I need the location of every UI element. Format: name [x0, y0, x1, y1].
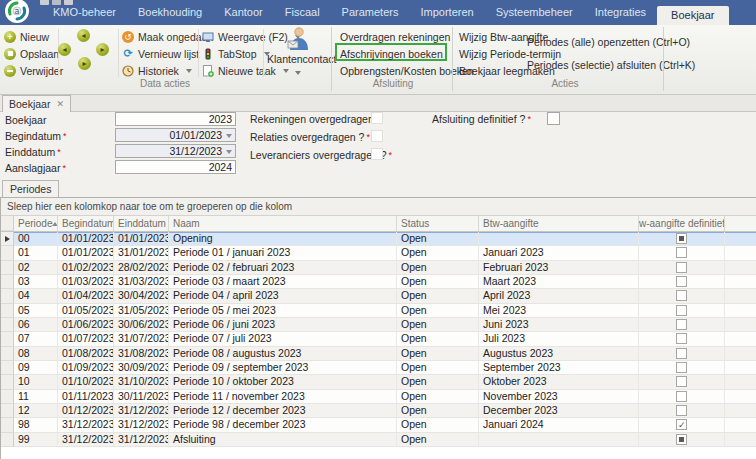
menu-tab-boekjaar[interactable]: Boekjaar: [657, 6, 728, 25]
btw-definitief-checkbox[interactable]: [676, 376, 687, 387]
menu-item-boekhouding[interactable]: Boekhouding: [127, 0, 213, 25]
row-filler: [725, 232, 756, 246]
cell-einddatum: 30/09/2023: [114, 361, 169, 375]
group-by-bar[interactable]: Sleep hier een kolomkop naar toe om te g…: [1, 198, 756, 216]
table-row-periode-01[interactable]: 0101/01/202331/01/2023Periode 01 / janua…: [1, 246, 756, 260]
table-row-periode-09[interactable]: 0901/09/202330/09/2023Periode 09 / septe…: [1, 361, 756, 375]
cell-btw-aangifte-definitief: [639, 361, 725, 375]
nieuw-button[interactable]: + Nieuw: [4, 29, 49, 44]
table-row-periode-08[interactable]: 0801/08/202331/08/2023Periode 08 / augus…: [1, 347, 756, 361]
afsluiting-definitief-checkbox[interactable]: [547, 112, 560, 125]
cell-periode: 06: [14, 318, 58, 332]
dropdown-arrow-icon[interactable]: [226, 134, 232, 138]
afschrijvingen-boeken-button[interactable]: Afschrijvingen boeken: [340, 47, 443, 62]
btw-definitief-checkbox[interactable]: [676, 434, 687, 445]
opslaan-button[interactable]: Opslaan: [4, 46, 59, 61]
row-filler: [725, 289, 756, 303]
btw-definitief-checkbox[interactable]: [676, 262, 687, 273]
relaties-overgedragen-checkbox[interactable]: [371, 130, 383, 142]
column-header-einddatum[interactable]: Einddatum: [114, 216, 169, 231]
table-row-periode-05[interactable]: 0501/05/202331/05/2023Periode 05 / mei 2…: [1, 304, 756, 318]
vernieuw-lijst-button[interactable]: ⟳ Vernieuw lijst: [122, 46, 199, 61]
btw-definitief-checkbox[interactable]: [676, 305, 687, 316]
dropdown-arrow-icon[interactable]: [226, 150, 232, 154]
cell-btw_aangifte: November 2023: [479, 390, 639, 404]
cell-naam: Periode 07 / juli 2023: [169, 332, 397, 346]
cell-periode: 00: [14, 232, 58, 246]
table-row-periode-10[interactable]: 1001/10/202331/10/2023Periode 10 / oktob…: [1, 375, 756, 389]
tabstop-button[interactable]: TabStop: [202, 46, 270, 61]
table-row-periode-02[interactable]: 0201/02/202328/02/2023Periode 02 / febru…: [1, 261, 756, 275]
table-row-periode-12[interactable]: 1201/12/202331/12/2023Periode 12 / decem…: [1, 404, 756, 418]
cell-btw-aangifte-definitief: [639, 275, 725, 289]
row-filler: [725, 418, 756, 432]
btw-definitief-checkbox[interactable]: [676, 290, 687, 301]
btw-definitief-checkbox[interactable]: [676, 233, 687, 244]
nav-first-button[interactable]: ◂: [58, 43, 71, 56]
opbrengsten-kosten-boeken-button[interactable]: Opbrengsten/Kosten boeken: [340, 64, 474, 79]
nav-next-button[interactable]: ▸: [78, 57, 91, 70]
table-row-periode-06[interactable]: 0601/06/202330/06/2023Periode 06 / juni …: [1, 318, 756, 332]
table-row-periode-03[interactable]: 0301/03/202331/03/2023Periode 03 / maart…: [1, 275, 756, 289]
boekjaar-field[interactable]: 2023: [115, 112, 236, 126]
cell-periode: 02: [14, 261, 58, 275]
column-header-naam[interactable]: Naam: [169, 216, 397, 231]
begindatum-field[interactable]: 01/01/2023: [115, 128, 236, 142]
tab-periodes[interactable]: Periodes: [2, 180, 59, 197]
table-row-periode-00[interactable]: 0001/01/202301/01/2023OpeningOpen: [1, 232, 756, 246]
table-row-periode-98[interactable]: 9831/12/202331/12/2023Periode 98 / decem…: [1, 418, 756, 432]
column-header-status[interactable]: Status: [397, 216, 479, 231]
column-header-btw-aangifte-definitief[interactable]: Btw-aangifte definitief ?: [639, 216, 725, 231]
cell-btw_aangifte: Januari 2024: [479, 418, 639, 432]
document-tab-boekjaar[interactable]: Boekjaar ✕: [2, 95, 71, 112]
periodes-selectie-afsluiten-button[interactable]: Periodes (selectie) afsluiten (Ctrl+K): [527, 58, 695, 73]
rekeningen-overgedragen-checkbox[interactable]: [371, 112, 383, 124]
btw-definitief-checkbox[interactable]: [676, 319, 687, 330]
column-header-periode[interactable]: Periode: [14, 216, 58, 231]
nav-previous-button[interactable]: ◂: [77, 29, 90, 42]
row-indicator-cell: [1, 375, 14, 389]
cell-einddatum: 01/01/2023: [114, 232, 169, 246]
menu-item-systeembeheer[interactable]: Systeembeheer: [485, 0, 584, 25]
klantencontact-button[interactable]: Klantencontact: [267, 26, 329, 78]
cell-einddatum: 31/01/2023: [114, 246, 169, 260]
begindatum-label: Begindatum*: [5, 129, 67, 143]
close-icon[interactable]: ✕: [56, 100, 64, 109]
nav-last-button[interactable]: ▸: [96, 43, 109, 56]
aanslagjaar-field[interactable]: 2024: [115, 160, 236, 174]
cell-naam: Periode 05 / mei 2023: [169, 304, 397, 318]
column-header-btw-aangifte[interactable]: Btw-aangifte: [479, 216, 639, 231]
cell-btw_aangifte: April 2023: [479, 289, 639, 303]
menu-item-kmo-beheer[interactable]: KMO-beheer: [42, 0, 127, 25]
cell-periode: 01: [14, 246, 58, 260]
maak-ongedaan-button[interactable]: ↺ Maak ongedaan: [122, 29, 213, 44]
verwijder-button[interactable]: Verwijder: [4, 63, 63, 78]
btw-definitief-checkbox[interactable]: [676, 276, 687, 287]
leveranciers-overgedragen-checkbox[interactable]: [371, 148, 383, 160]
table-row-periode-11[interactable]: 1101/11/202330/11/2023Periode 11 / novem…: [1, 390, 756, 404]
btw-definitief-checkbox[interactable]: [676, 391, 687, 402]
periodes-alle-openzetten-button[interactable]: Periodes (alle) openzetten (Ctrl+O): [527, 35, 690, 50]
column-header-begindatum[interactable]: Begindatum: [58, 216, 114, 231]
title-bar: a KMO-beheerBoekhoudingKantoorFiscaalPar…: [0, 0, 756, 25]
cell-btw_aangifte: Juli 2023: [479, 332, 639, 346]
btw-definitief-checkbox[interactable]: [676, 405, 687, 416]
menu-item-kantoor[interactable]: Kantoor: [213, 0, 274, 25]
cell-status: Open: [397, 318, 479, 332]
table-row-periode-07[interactable]: 0701/07/202331/07/2023Periode 07 / juli …: [1, 332, 756, 346]
btw-definitief-checkbox[interactable]: [676, 333, 687, 344]
historiek-button[interactable]: Historiek: [122, 63, 192, 78]
einddatum-field[interactable]: 31/12/2023: [115, 144, 236, 158]
cell-btw-aangifte-definitief: [639, 418, 725, 432]
btw-definitief-checkbox[interactable]: [676, 419, 687, 430]
btw-definitief-checkbox[interactable]: [676, 247, 687, 258]
menu-item-integraties[interactable]: Integraties: [584, 0, 657, 25]
btw-definitief-checkbox[interactable]: [676, 362, 687, 373]
menu-item-fiscaal[interactable]: Fiscaal: [274, 0, 331, 25]
table-row-periode-99[interactable]: 9931/12/202331/12/2023AfsluitingOpen: [1, 433, 756, 447]
btw-definitief-checkbox[interactable]: [676, 348, 687, 359]
cell-periode: 99: [14, 433, 58, 447]
table-row-periode-04[interactable]: 0401/04/202330/04/2023Periode 04 / april…: [1, 289, 756, 303]
menu-item-parameters[interactable]: Parameters: [331, 0, 410, 25]
menu-item-importeren[interactable]: Importeren: [409, 0, 484, 25]
